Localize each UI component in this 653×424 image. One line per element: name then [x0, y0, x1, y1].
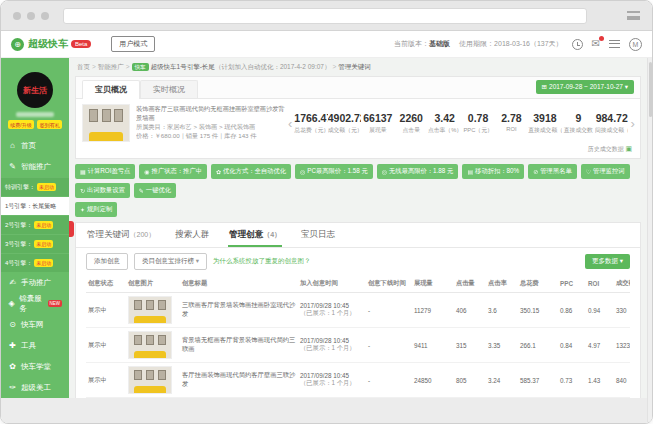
breadcrumb-home[interactable]: 首页 [77, 63, 90, 70]
add-creative-button[interactable]: 添加创意 [86, 253, 128, 270]
cell-roi: 1.43 [586, 363, 614, 398]
table-header-cell[interactable]: 加入创意时间 [298, 275, 366, 293]
table-header-cell[interactable]: 成交额 [614, 275, 630, 293]
sidebar-engine-item[interactable]: 4号引擎： 未启动 [1, 253, 69, 272]
table-header-cell[interactable]: 创意图片 [126, 275, 180, 293]
stats-next-icon[interactable]: › [628, 117, 636, 130]
close-window-icon[interactable] [13, 12, 21, 20]
table-header-cell[interactable]: ROI [586, 275, 614, 293]
breadcrumb-plan[interactable]: 超级快车1号引擎-长尾 [151, 63, 215, 70]
category-rank-dropdown[interactable]: 类目创意宝排行榜 [134, 253, 207, 270]
sidebar-engine-item[interactable]: 1号引擎：长尾策略 [1, 196, 69, 215]
stat-item: 3.42 点击率（%） [428, 112, 461, 135]
engine-label: 特训引擎： [5, 183, 35, 192]
creative-offline-time: - [366, 328, 412, 363]
action-button[interactable]: ◎ 无线最高限价：1.88 元 [377, 164, 459, 179]
table-header-cell[interactable]: 展现量 [412, 275, 454, 293]
overview-tab[interactable]: 实时概况 [140, 80, 198, 98]
sidebar-item-label: 超级美工 [21, 383, 51, 393]
table-header-cell[interactable]: 总花费 [518, 275, 558, 293]
app-logo-text: 超级快车 [28, 37, 68, 51]
cell-ppc: 0.86 [558, 293, 586, 328]
maximize-window-icon[interactable] [41, 12, 49, 20]
breadcrumb-section[interactable]: 智能推广 [98, 63, 124, 70]
creative-tab[interactable]: 搜索人群 [174, 223, 210, 247]
date-range-picker[interactable]: ⊞2017-09-28 ~ 2017-10-27 [536, 80, 634, 94]
duplicate-creative-help-link[interactable]: 为什么系统投放了重复的创意图？ [213, 257, 311, 266]
sidebar-item[interactable]: ✿ 快车学堂 [1, 356, 69, 377]
creative-tab[interactable]: 宝贝日志 [300, 223, 336, 247]
sidebar-item[interactable]: ⌂ 首页 [1, 135, 69, 156]
breadcrumb: 首页>智能推广>快车超级快车1号引擎-长尾（计划加入自动优化：2017-4-2 … [75, 58, 641, 76]
url-input[interactable] [63, 8, 587, 24]
action-button[interactable]: ♡ 管理监控词 [581, 164, 630, 179]
app-menu-icon[interactable] [609, 40, 620, 48]
table-header-cell[interactable]: 点击量 [454, 275, 486, 293]
creative-tab[interactable]: 管理关键词（200） [86, 223, 156, 247]
stat-label: 点击量 [395, 126, 428, 135]
action-button[interactable]: ◎ PC最高限价：1.58 元 [295, 164, 373, 179]
action-button[interactable]: ✎ 一键优化 [134, 183, 176, 198]
table-header-cell[interactable]: 创意标题 [180, 275, 298, 293]
action-button-icon: ▦ [80, 168, 86, 175]
engine-status-badge: 未启动 [37, 183, 56, 191]
table-header-cell[interactable]: 创意下线时间 [366, 275, 412, 293]
sidebar-engine-item[interactable]: 2号引擎： 未启动 [1, 215, 69, 234]
page-scrollbar[interactable] [647, 58, 652, 424]
cell-cost: 585.37 [518, 363, 558, 398]
sidebar-item[interactable]: ✍ 手动推广 [1, 272, 69, 293]
history-data-icon[interactable]: ▣ [625, 145, 632, 152]
action-button[interactable]: ✦ 规则定制 [75, 202, 117, 217]
action-button[interactable]: ◉ 推广状态：推广中 [139, 164, 207, 179]
stat-label: 点击率（%） [428, 126, 461, 135]
creative-toolbar: 添加创意 类目创意宝排行榜 为什么系统投放了重复的创意图？ 更多数据 [76, 248, 640, 275]
sidebar-engine-item[interactable]: 特训引擎： 未启动 [1, 177, 69, 196]
table-header-cell[interactable]: PPC [558, 275, 586, 293]
stats-prev-icon[interactable]: ‹ [286, 117, 294, 130]
messages-icon[interactable]: ✉ [592, 39, 600, 49]
overview-tab[interactable]: 宝贝概况 [82, 80, 140, 99]
account-avatar[interactable]: M [629, 38, 642, 51]
sidebar-engine-item[interactable]: 3号引擎： 未启动 [1, 234, 69, 253]
stat-value: 0.78 [461, 112, 494, 124]
sidebar-item-label: 锦囊服务 [19, 294, 43, 314]
creative-tab[interactable]: 管理创意（4） [228, 223, 282, 247]
user-mode-button[interactable]: 用户模式 [111, 36, 155, 52]
beta-badge: Beta [71, 40, 91, 48]
cell-ppc: 0.73 [558, 363, 586, 398]
table-header-cell[interactable]: 创意状态 [86, 275, 126, 293]
action-button[interactable]: ▦ 计算ROI盈亏点 [75, 164, 135, 179]
creative-panel: 管理关键词（200） 搜索人群 管理创意（4） 宝贝日志 [75, 222, 641, 419]
stat-label: 总花费（元） [294, 126, 327, 135]
feedback-tab[interactable] [69, 221, 74, 237]
creative-add-time: 2017/09/28 10:45 [300, 302, 364, 309]
stat-label: ROI [495, 126, 528, 132]
action-button[interactable]: ✿ 优化方式：全自动优化 [211, 164, 291, 179]
sidebar-item[interactable]: ⊙ 快车网 [1, 314, 69, 335]
table-row: 展示中 客厅挂画装饰画现代简约客厅壁画三联沙发 2017/09/28 10:45… [86, 363, 630, 398]
action-button-icon: ▤ [467, 168, 473, 175]
action-button[interactable]: ▤ 移动折扣：80% [462, 164, 524, 179]
action-button[interactable]: ⊘ 管理黑名单 [528, 164, 577, 179]
sidebar: 新生活 续费/升级签到有礼 ⌂ 首页 ✎ 智能推广 [1, 58, 69, 398]
sidebar-item[interactable]: ✎ 智能推广 [1, 156, 69, 177]
creative-thumbnail [128, 296, 172, 324]
promo-badge[interactable]: 签到有礼 [37, 120, 62, 129]
history-data-link[interactable]: 历史成交数据 [588, 146, 624, 152]
history-clock-icon[interactable] [572, 39, 583, 50]
sidebar-item[interactable]: ✑ 超级美工 [1, 377, 69, 398]
sidebar-item[interactable]: ◈ 锦囊服务 NEW [1, 293, 69, 314]
minimize-window-icon[interactable] [27, 12, 35, 20]
stat-value: 3918 [528, 112, 561, 124]
promo-badge[interactable]: 续费/升级 [8, 120, 34, 129]
browser-menu-icon[interactable] [627, 11, 640, 20]
table-header-cell[interactable]: 点击率 [486, 275, 518, 293]
scrollbar-thumb[interactable] [649, 62, 652, 117]
app-header: ⊕ 超级快车 Beta 用户模式 当前版本：基础版 使用期限：2018-03-1… [1, 31, 652, 58]
action-button[interactable]: ↻ 出词数量设置 [75, 183, 130, 198]
window-controls [13, 12, 49, 20]
sidebar-item[interactable]: ✚ 工具 [1, 335, 69, 356]
more-data-button[interactable]: 更多数据 [585, 254, 630, 269]
cell-clicks: 805 [454, 363, 486, 398]
main-content: 首页>智能推广>快车超级快车1号引擎-长尾（计划加入自动优化：2017-4-2 … [69, 58, 647, 424]
